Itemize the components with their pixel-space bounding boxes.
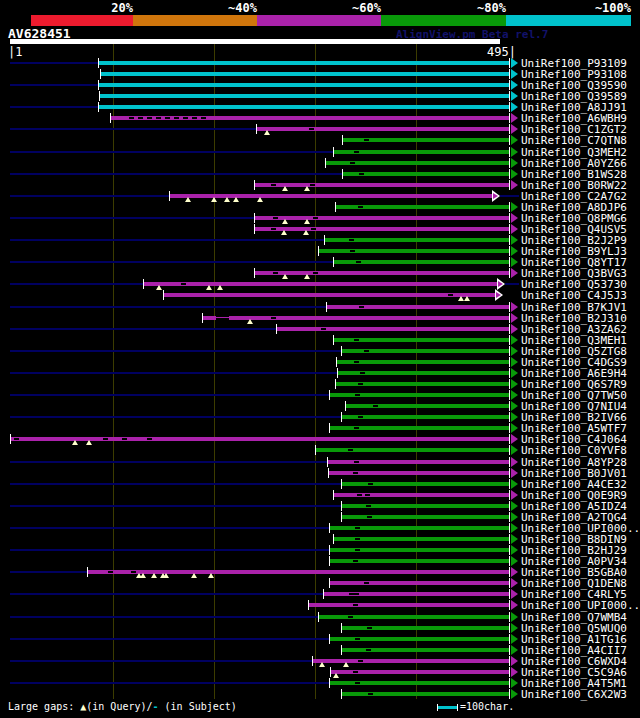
arrowhead-icon (511, 102, 518, 112)
alignment-bar[interactable] (163, 293, 495, 297)
alignment-bar[interactable] (98, 105, 510, 109)
start-tick (100, 69, 101, 79)
alignment-bar[interactable] (333, 150, 510, 154)
alignment-bar[interactable] (99, 94, 510, 98)
query-gap-icon (304, 186, 310, 191)
start-tick (99, 91, 100, 101)
arrowhead-icon (511, 80, 518, 90)
alignment-bar[interactable] (110, 116, 510, 120)
subject-gap-icon (353, 560, 358, 562)
start-tick (318, 612, 319, 622)
arrowhead-icon (511, 368, 518, 378)
query-gap-icon (257, 197, 263, 202)
subject-gap-icon (359, 173, 364, 175)
subject-gap-icon (355, 549, 360, 551)
alignment-bar[interactable] (254, 227, 510, 231)
alignment-bar[interactable] (341, 692, 510, 696)
arrowhead-icon (511, 246, 518, 256)
alignment-bar[interactable] (10, 437, 510, 441)
start-tick (335, 202, 336, 212)
end-tick (509, 91, 510, 101)
start-tick (254, 268, 255, 278)
end-tick (509, 147, 510, 157)
end-tick (509, 379, 510, 389)
query-connector-line (10, 195, 169, 197)
start-tick (98, 80, 99, 90)
arrowhead-icon (511, 623, 518, 633)
subject-gap-icon (129, 117, 134, 119)
arrowhead-icon (511, 124, 518, 134)
query-connector-line (10, 84, 98, 86)
query-gap-icon (233, 197, 239, 202)
alignment-bar[interactable] (276, 327, 510, 331)
alignment-bar[interactable] (312, 659, 510, 663)
alignment-bar[interactable] (336, 360, 510, 364)
subject-gap-icon (358, 383, 363, 385)
alignment-bar[interactable] (256, 127, 510, 131)
end-tick (509, 457, 510, 467)
arrowhead-icon (511, 313, 518, 323)
alignment-bar[interactable] (318, 249, 510, 253)
scale-label: ~100% (559, 1, 631, 14)
query-gap-icon (264, 130, 270, 135)
subject-gap-icon (350, 250, 355, 252)
end-tick (509, 434, 510, 444)
arrowhead-icon (511, 634, 518, 644)
end-tick (509, 268, 510, 278)
alignment-bar[interactable] (315, 448, 510, 452)
alignment-bar[interactable] (318, 615, 510, 619)
alignment-bar[interactable] (254, 216, 510, 220)
query-gap-icon (208, 573, 214, 578)
query-gap-icon (333, 673, 339, 678)
alignment-bar[interactable] (98, 61, 510, 65)
query-connector-line (10, 593, 323, 595)
query-gap-icon (151, 573, 157, 578)
subject-label[interactable]: UniRef100_C6X2W3 (521, 689, 627, 701)
ruler-end-label: 495| (430, 45, 516, 59)
arrowhead-icon (511, 645, 518, 655)
subject-gap-icon (348, 449, 353, 451)
start-tick (333, 335, 334, 345)
start-tick (254, 224, 255, 234)
arrowhead-icon (511, 678, 518, 688)
alignment-bar[interactable] (341, 415, 510, 419)
arrowhead-icon (498, 281, 503, 287)
alignment-bar[interactable] (143, 282, 497, 286)
arrowhead-icon (511, 457, 518, 467)
query-connector-line (10, 682, 329, 684)
alignment-bar[interactable] (342, 172, 510, 176)
alignment-bar[interactable] (254, 183, 510, 187)
query-gap-icon (191, 573, 197, 578)
start-tick (202, 313, 203, 323)
alignment-bar[interactable] (308, 603, 510, 607)
alignment-bar[interactable] (341, 482, 510, 486)
alignment-bar[interactable] (345, 404, 510, 408)
scale-label: ~80% (434, 1, 506, 14)
alignment-bar[interactable] (254, 271, 510, 275)
subject-gap-icon (181, 283, 186, 285)
alignment-bar[interactable] (326, 305, 510, 309)
end-tick (509, 135, 510, 145)
arrowhead-icon (511, 434, 518, 444)
end-tick (509, 600, 510, 610)
query-connector-line (10, 128, 256, 130)
alignment-bar[interactable] (98, 83, 510, 87)
start-tick (342, 135, 343, 145)
query-connector-line (10, 461, 327, 463)
query-connector-line (10, 328, 276, 330)
query-gap-icon (163, 573, 169, 578)
subject-gap-icon (355, 682, 360, 684)
subject-gap-icon (364, 582, 369, 584)
arrowhead-icon (511, 335, 518, 345)
query-connector-line (10, 483, 341, 485)
end-tick (509, 667, 510, 677)
end-tick (509, 113, 510, 123)
query-gap-icon (304, 219, 310, 224)
subject-gap-icon (313, 272, 318, 274)
alignment-bar[interactable] (100, 72, 510, 76)
end-tick (509, 313, 510, 323)
alignment-bar[interactable] (333, 338, 510, 342)
end-tick (509, 490, 510, 500)
alignment-bar[interactable] (169, 194, 492, 198)
alignment-bar[interactable] (329, 581, 510, 585)
